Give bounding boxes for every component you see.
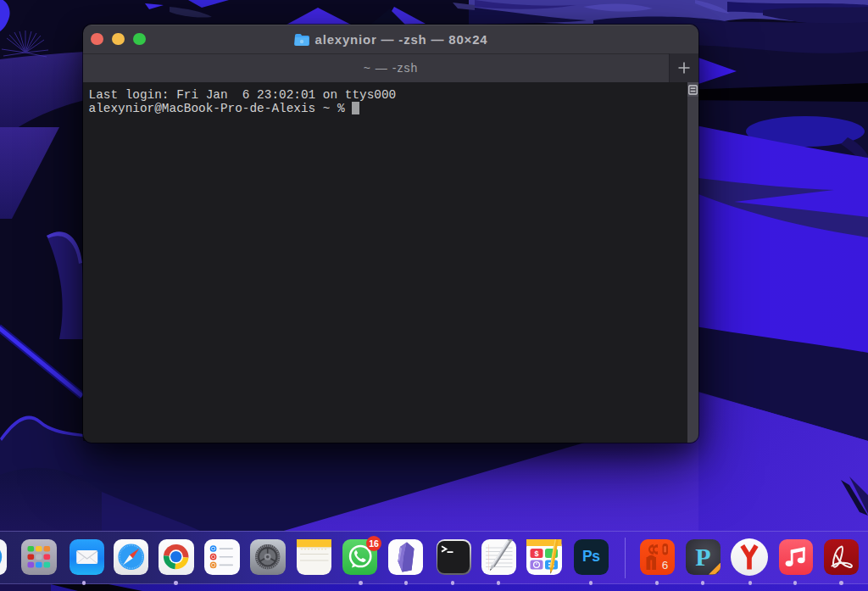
svg-text:$: $ — [534, 549, 538, 558]
svg-text:6: 6 — [661, 559, 668, 571]
svg-text:P: P — [695, 543, 710, 571]
